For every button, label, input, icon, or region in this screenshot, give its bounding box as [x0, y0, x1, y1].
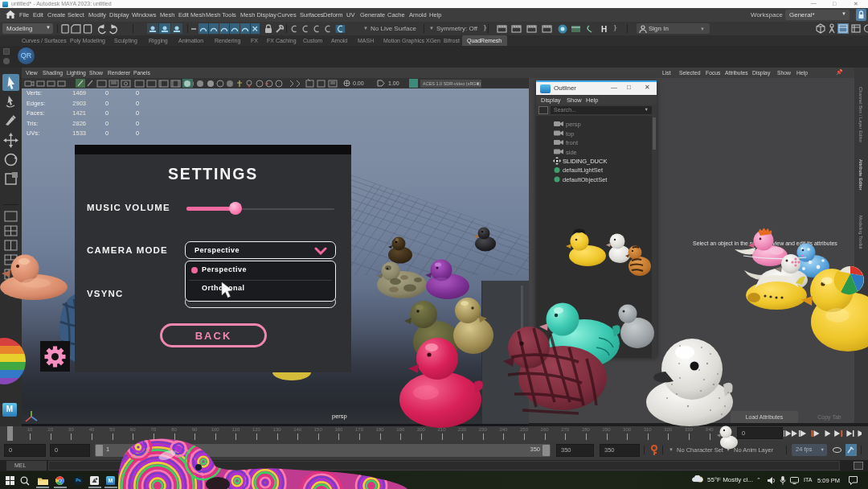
- svg-text:H: H: [601, 25, 607, 34]
